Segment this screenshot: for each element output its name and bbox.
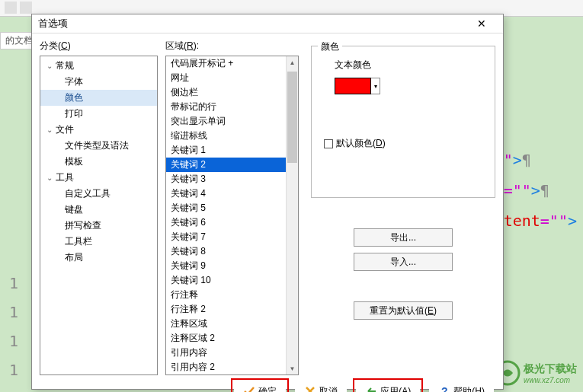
tree-item[interactable]: 工具栏 [40, 234, 157, 250]
list-item[interactable]: 关键词 3 [166, 172, 298, 186]
list-item[interactable]: 侧边栏 [166, 85, 298, 100]
list-item[interactable]: 关键词 9 [166, 259, 298, 273]
region-label: 区域(R): [165, 40, 299, 53]
category-label: 分类(C) [40, 40, 158, 53]
list-item[interactable]: 关键词 4 [166, 186, 298, 201]
color-dropdown-icon[interactable]: ▾ [371, 78, 380, 94]
list-item[interactable]: 注释区域 2 [166, 331, 298, 346]
tree-item[interactable]: 键盘 [40, 202, 157, 218]
scroll-up-icon[interactable]: ▲ [287, 56, 298, 69]
color-group: 颜色 文本颜色 ▾ 默认颜色(D) [311, 46, 495, 198]
scrollbar[interactable]: ▲ ▼ [286, 56, 298, 374]
ok-button[interactable]: 确定 [234, 381, 286, 392]
close-button[interactable]: ✕ [466, 14, 497, 33]
text-color-label: 文本颜色 [335, 59, 487, 72]
list-item[interactable]: 行注释 [166, 288, 298, 302]
toolbar-icon [20, 2, 32, 14]
titlebar: 首选项 ✕ [32, 14, 503, 33]
watermark-cn: 极光下载站 [524, 362, 577, 376]
help-button[interactable]: ? 帮助(H) [429, 381, 494, 392]
watermark: 极光下载站 www.xz7.com [495, 360, 577, 386]
apply-icon [365, 385, 377, 392]
default-color-label: 默认颜色(D) [336, 137, 386, 150]
preferences-dialog: 首选项 ✕ 分类(C) 常规字体颜色打印文件文件类型及语法模板工具自定义工具键盘… [31, 14, 504, 390]
color-group-title: 颜色 [318, 40, 342, 53]
list-item[interactable]: 注释区域 [166, 317, 298, 331]
tree-item[interactable]: 布局 [40, 250, 157, 266]
tree-item[interactable]: 打印 [40, 106, 157, 122]
default-color-row[interactable]: 默认颜色(D) [324, 137, 487, 150]
button-bar: 确定 取消 应用(A) ? 帮助(H) [32, 378, 503, 392]
toolbar-icon [5, 2, 17, 14]
tree-item[interactable]: 模板 [40, 154, 157, 170]
list-item[interactable]: 关键词 7 [166, 230, 298, 244]
category-tree[interactable]: 常规字体颜色打印文件文件类型及语法模板工具自定义工具键盘拼写检查工具栏布局 [40, 56, 158, 375]
dialog-title: 首选项 [38, 17, 466, 30]
scroll-down-icon[interactable]: ▼ [287, 362, 298, 374]
region-listbox[interactable]: 代码展开标记 +网址侧边栏带标记的行突出显示单词缩进标线关键词 1关键词 2关键… [165, 56, 299, 375]
check-icon [243, 385, 255, 392]
import-button[interactable]: 导入... [354, 253, 453, 271]
apply-button[interactable]: 应用(A) [356, 381, 420, 392]
watermark-en: www.xz7.com [524, 376, 577, 384]
list-item[interactable]: 引用内容 2 [166, 360, 298, 374]
cancel-button[interactable]: 取消 [295, 381, 347, 392]
tree-item[interactable]: 文件类型及语法 [40, 138, 157, 154]
tree-item[interactable]: 工具 [40, 170, 157, 186]
list-item[interactable]: 关键词 2 [166, 158, 298, 172]
cancel-icon [304, 385, 316, 392]
list-item[interactable]: 关键词 6 [166, 215, 298, 230]
export-button[interactable]: 导出... [354, 228, 453, 247]
color-swatch[interactable] [335, 78, 371, 94]
tree-item[interactable]: 文件 [40, 122, 157, 138]
list-item[interactable]: 缩进标线 [166, 129, 298, 143]
scrollbar-thumb[interactable] [287, 72, 297, 163]
line-numbers: 1111 [9, 274, 18, 379]
highlight-apply: 应用(A) [353, 378, 423, 392]
list-item[interactable]: 网址 [166, 71, 298, 85]
reset-button[interactable]: 重置为默认值(E) [354, 301, 453, 320]
list-item[interactable]: 关键词 10 [166, 273, 298, 288]
tree-item[interactable]: 字体 [40, 74, 157, 90]
tree-item[interactable]: 自定义工具 [40, 186, 157, 202]
list-item[interactable]: 带标记的行 [166, 100, 298, 114]
list-item[interactable]: 代码展开标记 + [166, 56, 298, 71]
tree-item[interactable]: 常规 [40, 58, 157, 74]
default-color-checkbox[interactable] [324, 139, 333, 148]
list-item[interactable]: 行注释 2 [166, 302, 298, 317]
help-icon: ? [438, 385, 450, 392]
list-item[interactable]: 突出显示单词 [166, 114, 298, 129]
tree-item[interactable]: 拼写检查 [40, 218, 157, 234]
list-item[interactable]: 关键词 8 [166, 244, 298, 259]
list-item[interactable]: 关键词 1 [166, 143, 298, 158]
list-item[interactable]: 关键词 5 [166, 201, 298, 215]
list-item[interactable]: 引用内容 [166, 346, 298, 360]
highlight-ok: 确定 [231, 378, 289, 392]
tree-item[interactable]: 颜色 [40, 90, 157, 106]
